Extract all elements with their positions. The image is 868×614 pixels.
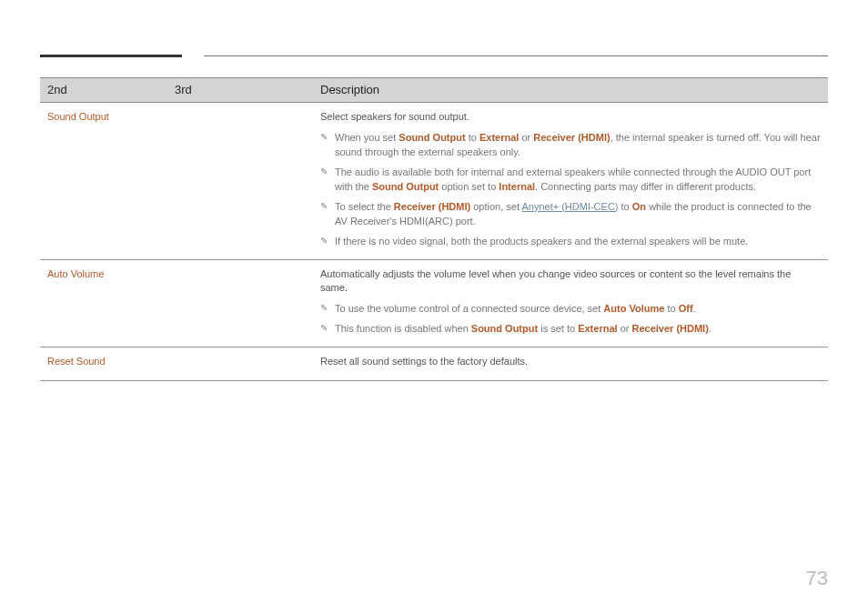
highlight-text: Receiver (HDMI) xyxy=(533,132,610,143)
highlight-text: Auto Volume xyxy=(603,303,664,314)
note-text: . xyxy=(693,303,696,314)
description-cell: Select speakers for sound output.When yo… xyxy=(313,103,828,260)
note-text: This function is disabled when xyxy=(335,323,471,334)
note-text: . xyxy=(709,323,712,334)
note-text: If there is no video signal, both the pr… xyxy=(335,236,748,247)
inline-link: Anynet+ (HDMI-CEC) xyxy=(521,201,618,212)
note-item: To select the Receiver (HDMI) option, se… xyxy=(320,197,821,232)
settings-table: 2nd 3rd Description Sound OutputSelect s… xyxy=(40,77,828,381)
submenu-cell xyxy=(167,347,313,381)
note-item: If there is no video signal, both the pr… xyxy=(320,232,821,252)
note-text: or xyxy=(519,132,533,143)
description-text: Select speakers for sound output. xyxy=(320,110,821,125)
note-list: To use the volume control of a connected… xyxy=(320,299,821,339)
table-row: Sound OutputSelect speakers for sound ou… xyxy=(40,103,828,260)
note-item: This function is disabled when Sound Out… xyxy=(320,319,821,339)
highlight-text: Sound Output xyxy=(471,323,538,334)
highlight-text: Off xyxy=(679,303,693,314)
highlight-text: External xyxy=(479,132,519,143)
note-text: to xyxy=(619,201,632,212)
divider-thick xyxy=(40,55,182,57)
description-text: Reset all sound settings to the factory … xyxy=(320,355,821,369)
note-item: When you set Sound Output to External or… xyxy=(320,128,821,163)
submenu-cell xyxy=(167,103,313,260)
note-text: . Connecting parts may differ in differe… xyxy=(535,181,756,192)
menu-item: Sound Output xyxy=(40,103,167,260)
highlight-text: On xyxy=(632,201,646,212)
note-item: To use the volume control of a connected… xyxy=(320,299,821,319)
note-text: or xyxy=(618,323,632,334)
submenu-cell xyxy=(167,259,313,347)
note-item: The audio is available both for internal… xyxy=(320,163,821,197)
highlight-text: Internal xyxy=(499,181,535,192)
description-text: Automatically adjusts the volume level w… xyxy=(320,267,821,297)
highlight-text: Receiver (HDMI) xyxy=(631,323,708,334)
note-text: to xyxy=(664,303,678,314)
col-header-description: Description xyxy=(313,78,828,103)
highlight-text: External xyxy=(578,323,617,334)
highlight-text: Sound Output xyxy=(372,181,439,192)
description-cell: Reset all sound settings to the factory … xyxy=(313,347,828,381)
table-header-row: 2nd 3rd Description xyxy=(40,78,828,103)
highlight-text: Receiver (HDMI) xyxy=(394,201,470,212)
description-cell: Automatically adjusts the volume level w… xyxy=(313,259,828,347)
highlight-text: Sound Output xyxy=(399,132,465,143)
note-list: When you set Sound Output to External or… xyxy=(320,128,821,252)
note-text: option, set xyxy=(470,201,521,212)
menu-item: Auto Volume xyxy=(40,259,167,347)
page-number: 73 xyxy=(806,567,828,590)
note-text: is set to xyxy=(538,323,578,334)
menu-item: Reset Sound xyxy=(40,347,167,381)
note-text: To use the volume control of a connected… xyxy=(335,303,603,314)
note-text: To select the xyxy=(335,201,394,212)
note-text: option set to xyxy=(439,181,499,192)
col-header-3rd: 3rd xyxy=(167,78,313,103)
note-text: When you set xyxy=(335,132,399,143)
note-text: to xyxy=(466,132,479,143)
col-header-2nd: 2nd xyxy=(40,78,167,103)
table-row: Auto VolumeAutomatically adjusts the vol… xyxy=(40,259,828,347)
header-divider xyxy=(40,55,828,57)
divider-thin xyxy=(204,55,828,56)
table-row: Reset SoundReset all sound settings to t… xyxy=(40,347,828,381)
